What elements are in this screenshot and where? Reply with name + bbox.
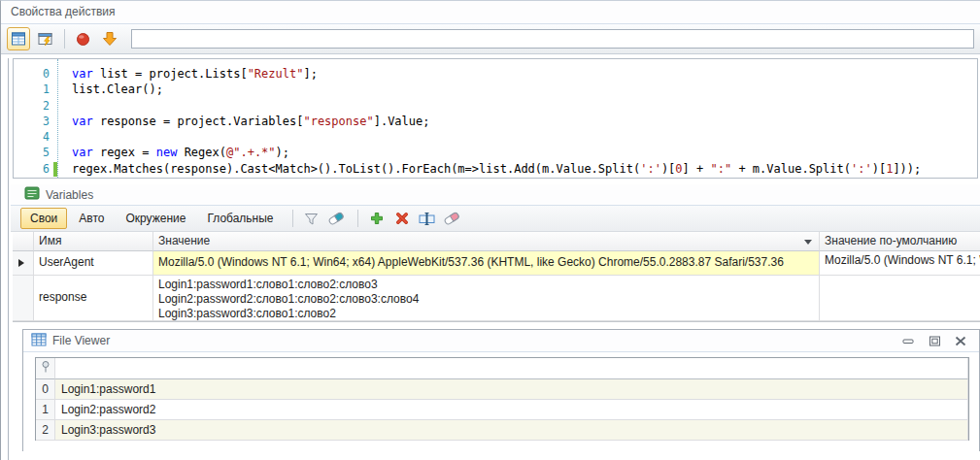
variable-value-cell[interactable]: Login1:password1:слово1:слово2:слово3Log… [153,276,820,321]
restore-button[interactable] [926,333,943,348]
variable-name-cell[interactable]: response [34,276,153,321]
eraser-pink-button[interactable] [441,208,464,229]
code-line[interactable] [72,129,977,145]
filter-button[interactable] [300,208,323,229]
line-number: 2 [14,98,57,114]
variables-grid-header: Имя Значение Значение по-умолчанию [13,232,980,251]
variables-panel-header: Variables [11,184,980,206]
list-item: 1Login2:password2 [36,400,968,420]
code-gutter: 0123456 [14,59,58,178]
arrow-down-icon [102,31,118,47]
header-default-column[interactable]: Значение по-умолчанию [820,232,980,251]
toolbar-buttons [7,27,125,50]
row-index-cell[interactable]: 2 [36,420,55,441]
close-button[interactable] [952,333,969,348]
line-number: 1 [14,82,57,97]
tab-авто[interactable]: Авто [69,208,114,229]
record-button[interactable] [71,27,94,50]
code-line[interactable] [72,98,977,114]
column-dropdown-icon[interactable] [804,240,812,245]
properties-toolbar [1,24,980,54]
variable-default-cell[interactable]: Mozilla/5.0 (Windows NT 6.1; Win64; x64)… [820,251,980,276]
add-icon [369,211,385,226]
list-value-cell[interactable]: Login3:password3 [55,420,968,441]
rename-button[interactable] [416,208,439,229]
panel-title: Свойства действия [1,1,980,24]
row-index-cell[interactable]: 0 [36,379,55,400]
add-button[interactable] [365,208,389,229]
code-window-button[interactable] [34,27,57,50]
list-item: 2Login3:password3 [36,420,968,441]
delete-button[interactable] [390,208,414,229]
properties-grid-button[interactable] [7,27,30,50]
code-editor[interactable]: 0123456 var list = project.Lists["Rezult… [13,58,978,179]
row-index-cell[interactable]: 1 [36,400,55,420]
file-viewer-header: File Viewer [23,330,979,352]
toolbar-separator [292,210,293,227]
list-value-cell[interactable]: Login2:password2 [55,400,968,420]
toolbar-separator [64,29,65,49]
line-number: 3 [14,114,57,129]
filter-input-cell[interactable] [55,358,968,379]
delete-icon [394,211,410,226]
filter-row [36,358,968,379]
eraser-blue-icon [328,211,345,226]
file-viewer-window: File Viewer 0Login1:password11Login2:pas… [22,329,980,451]
header-value-column[interactable]: Значение [153,232,820,251]
filter-pin-icon [41,360,51,374]
panel-content: 0123456 var list = project.Lists["Rezult… [8,58,980,460]
close-icon [955,336,966,346]
eraser-blue-button[interactable] [325,208,349,229]
line-number: 6 [14,161,57,177]
line-number: 0 [14,66,57,82]
filter-icon [304,212,319,226]
variable-name-cell[interactable]: UserAgent [34,251,153,276]
list-value-cell[interactable]: Login1:password1 [55,379,968,400]
restore-icon [929,336,941,346]
code-line[interactable]: var list = project.Lists["Rezult"]; [72,66,977,82]
code-lines[interactable]: var list = project.Lists["Rezult"];list.… [58,59,977,178]
action-comment-input[interactable] [131,29,974,49]
arrow-down-button[interactable] [98,27,121,50]
list-item: 0Login1:password1 [36,379,968,400]
tab-окружение[interactable]: Окружение [116,208,195,229]
eraser-pink-icon [444,211,460,226]
code-line[interactable]: regex.Matches(response).Cast<Match>().To… [72,161,977,177]
variables-panel-title: Variables [46,188,93,202]
tab-глобальные[interactable]: Глобальные [197,208,283,229]
file-viewer-title: File Viewer [52,334,110,347]
variable-default-cell[interactable] [820,276,980,321]
properties-grid-icon [11,31,26,47]
toolbar-separator [357,210,358,227]
variables-grid: Имя Значение Значение по-умолчанию UserA… [13,232,980,322]
action-properties-window: Свойства действия 0123456 var list = pro… [0,0,980,460]
code-window-icon [38,31,54,47]
variables-tabs-bar: СвоиАвтоОкружениеГлобальные [11,206,980,232]
row-indicator-cell[interactable] [13,276,34,321]
code-line[interactable]: list.Clear(); [72,82,977,97]
line-number: 5 [14,145,57,160]
minimize-button[interactable] [899,333,917,348]
code-line[interactable]: var regex = new Regex(@".+.*"); [72,145,977,160]
record-icon [76,32,90,47]
filter-pin-cell [36,358,55,379]
header-indicator-cell [13,232,34,251]
line-number: 4 [14,129,57,145]
rename-icon [419,212,435,226]
table-row: responseLogin1:password1:слово1:слово2:с… [13,276,980,321]
header-name-column[interactable]: Имя [34,232,153,251]
file-viewer-icon [31,333,47,349]
selected-row-arrow-icon [18,259,24,267]
file-viewer-grid: 0Login1:password11Login2:password22Login… [35,357,969,441]
table-row: UserAgentMozilla/5.0 (Windows NT 6.1; Wi… [13,251,980,276]
minimize-icon [902,336,915,346]
variables-icon [24,186,40,203]
variable-value-cell[interactable]: Mozilla/5.0 (Windows NT 6.1; Win64; x64)… [153,251,820,276]
row-indicator-cell[interactable] [13,251,34,276]
code-line[interactable]: var response = project.Variables["respon… [72,114,977,129]
tab-свои[interactable]: Свои [20,208,67,229]
